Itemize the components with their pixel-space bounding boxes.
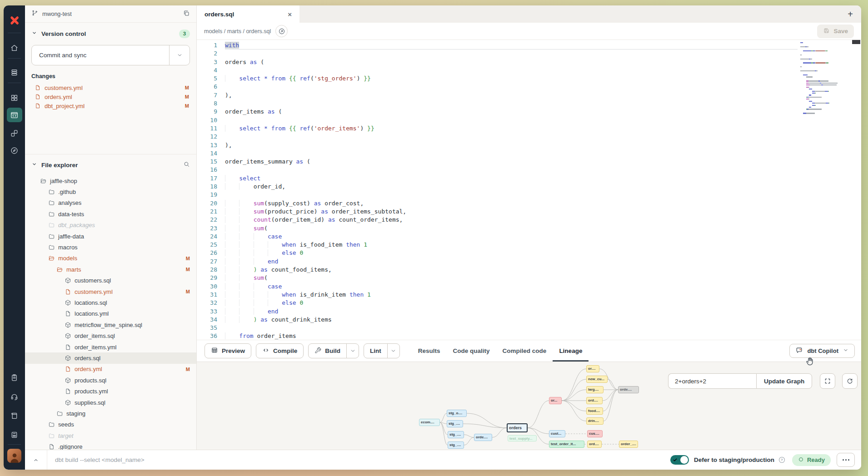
tree-item[interactable]: products.sql bbox=[25, 375, 196, 386]
lineage-node[interactable]: cus.... bbox=[587, 430, 603, 437]
copy-icon[interactable] bbox=[183, 10, 190, 19]
code-editor[interactable]: 1with23orders as (45 select * from {{ re… bbox=[197, 40, 861, 340]
lineage-node[interactable]: orde.... bbox=[618, 386, 639, 393]
minimap[interactable] bbox=[800, 42, 842, 117]
update-graph-button[interactable]: Update Graph bbox=[756, 373, 812, 389]
lineage-node[interactable]: food.... bbox=[586, 407, 603, 415]
chevron-down-icon bbox=[843, 347, 849, 355]
code-line: 3orders as ( bbox=[197, 58, 798, 66]
dbt-copilot-button[interactable]: dbt Copilot bbox=[789, 344, 855, 358]
tree-item[interactable]: seeds bbox=[25, 419, 196, 430]
lineage-node[interactable]: stg_.... bbox=[448, 431, 464, 438]
tree-item[interactable]: order_items.sql bbox=[25, 330, 196, 341]
lineage-panel[interactable]: ecom....stg_o....stg_....stg_....stg_...… bbox=[197, 362, 861, 450]
refresh-button[interactable] bbox=[842, 373, 858, 389]
help-icon[interactable]: ? bbox=[778, 456, 786, 464]
close-tab-icon[interactable]: × bbox=[288, 10, 292, 18]
tab-orders-sql[interactable]: orders.sql × bbox=[197, 5, 299, 23]
lineage-node[interactable]: or... bbox=[549, 397, 562, 404]
scrollbar-thumb[interactable] bbox=[852, 40, 860, 44]
tree-item[interactable]: locations.sql bbox=[25, 297, 196, 308]
support-headset-icon[interactable] bbox=[4, 388, 25, 405]
lineage-node[interactable]: or.... bbox=[586, 365, 599, 372]
lineage-node[interactable]: stg_.... bbox=[447, 420, 463, 427]
tree-item[interactable]: target bbox=[25, 430, 196, 441]
tree-item[interactable]: data-tests bbox=[25, 208, 196, 219]
tree-item[interactable]: orders.ymlM bbox=[25, 364, 196, 375]
lineage-node[interactable]: drin.... bbox=[586, 417, 604, 425]
tab-lineage[interactable]: Lineage bbox=[553, 340, 589, 362]
lineage-node[interactable]: cust... bbox=[549, 430, 565, 437]
lineage-node[interactable]: stg_o.... bbox=[447, 410, 467, 417]
tab-compiled-code[interactable]: Compiled code bbox=[496, 340, 553, 362]
terminal-device-icon[interactable] bbox=[4, 426, 25, 443]
search-icon[interactable] bbox=[183, 161, 190, 169]
lineage-node[interactable]: larg.... bbox=[586, 386, 604, 393]
tab-code-quality[interactable]: Code quality bbox=[447, 340, 496, 362]
file-explorer-header[interactable]: File explorer bbox=[25, 157, 196, 173]
environments-icon[interactable] bbox=[4, 124, 25, 142]
tree-item[interactable]: staging bbox=[25, 408, 196, 419]
user-avatar[interactable] bbox=[7, 449, 21, 463]
lineage-selector-input[interactable]: 2+orders+2 bbox=[668, 373, 756, 389]
lineage-node[interactable]: ord.... bbox=[587, 441, 602, 448]
lineage-node[interactable]: new_cu... bbox=[586, 376, 608, 383]
tab-results[interactable]: Results bbox=[412, 340, 447, 362]
notes-clipboard-icon[interactable] bbox=[4, 369, 25, 386]
jobs-stack-icon[interactable] bbox=[4, 64, 25, 81]
lineage-node[interactable]: orde.... bbox=[474, 434, 492, 441]
tree-item[interactable]: customers.sql bbox=[25, 275, 196, 286]
commit-and-sync-button[interactable]: Commit and sync bbox=[31, 45, 190, 65]
compile-button[interactable]: Compile bbox=[256, 343, 304, 358]
lineage-node[interactable]: stg_.... bbox=[448, 441, 464, 449]
tree-item[interactable]: martsM bbox=[25, 264, 196, 275]
develop-ide-icon[interactable] bbox=[4, 106, 25, 124]
explore-compass-icon[interactable] bbox=[4, 142, 25, 159]
lineage-node[interactable]: ord.... bbox=[586, 397, 603, 404]
new-tab-button[interactable]: + bbox=[839, 5, 861, 23]
lineage-node[interactable]: order_.... bbox=[619, 441, 638, 448]
changed-file[interactable]: dbt_project.ymlM bbox=[31, 101, 190, 110]
lineage-node[interactable]: orders bbox=[507, 423, 528, 432]
command-input[interactable]: dbt build --select <model_name> bbox=[55, 456, 145, 463]
home-icon[interactable] bbox=[4, 39, 25, 56]
docs-book-icon[interactable] bbox=[4, 407, 25, 424]
tree-item[interactable]: modelsM bbox=[25, 253, 196, 264]
tree-item[interactable]: metricflow_time_spine.sql bbox=[25, 319, 196, 330]
tree-item[interactable]: jaffle-data bbox=[25, 231, 196, 242]
expand-command-bar-button[interactable] bbox=[25, 450, 47, 470]
open-in-lineage-button[interactable] bbox=[275, 25, 288, 37]
doc-icon bbox=[65, 344, 71, 351]
tree-item[interactable]: supplies.sql bbox=[25, 397, 196, 408]
lineage-node[interactable]: ecom.... bbox=[419, 419, 440, 426]
build-button[interactable]: Build bbox=[308, 343, 359, 358]
fullscreen-button[interactable] bbox=[820, 373, 835, 389]
commit-options-chevron-icon[interactable] bbox=[169, 45, 190, 65]
lint-options-chevron-icon[interactable] bbox=[387, 344, 399, 358]
modified-badge: M bbox=[186, 367, 191, 372]
changed-file[interactable]: customers.ymlM bbox=[31, 83, 190, 92]
lineage-node[interactable]: test_order_it... bbox=[549, 441, 584, 448]
more-options-button[interactable] bbox=[837, 453, 855, 467]
tree-item[interactable]: customers.ymlM bbox=[25, 286, 196, 297]
save-button[interactable]: Save bbox=[817, 25, 854, 38]
tree-item[interactable]: .github bbox=[25, 186, 196, 197]
preview-button[interactable]: Preview bbox=[205, 343, 251, 358]
tree-item[interactable]: orders.sql bbox=[25, 352, 196, 363]
tree-item[interactable]: .gitignore bbox=[25, 441, 196, 450]
tree-item[interactable]: analyses bbox=[25, 198, 196, 208]
changed-file[interactable]: orders.ymlM bbox=[31, 92, 190, 101]
build-options-chevron-icon[interactable] bbox=[346, 344, 359, 358]
tree-item[interactable]: dbt_packages bbox=[25, 220, 196, 231]
tree-item[interactable]: order_items.yml bbox=[25, 342, 196, 352]
tree-item[interactable]: products.yml bbox=[25, 386, 196, 397]
version-control-header[interactable]: Version control 3 bbox=[31, 25, 190, 43]
tree-item[interactable]: locations.yml bbox=[25, 308, 196, 319]
tree-item[interactable]: jaffle-shop bbox=[25, 175, 196, 186]
lint-button[interactable]: Lint bbox=[364, 343, 400, 358]
lineage-node[interactable]: test_supply... bbox=[508, 435, 537, 441]
defer-toggle[interactable] bbox=[670, 455, 689, 465]
dbt-logo-icon[interactable] bbox=[4, 12, 25, 29]
apps-grid-icon[interactable] bbox=[4, 89, 25, 106]
tree-item[interactable]: macros bbox=[25, 242, 196, 253]
